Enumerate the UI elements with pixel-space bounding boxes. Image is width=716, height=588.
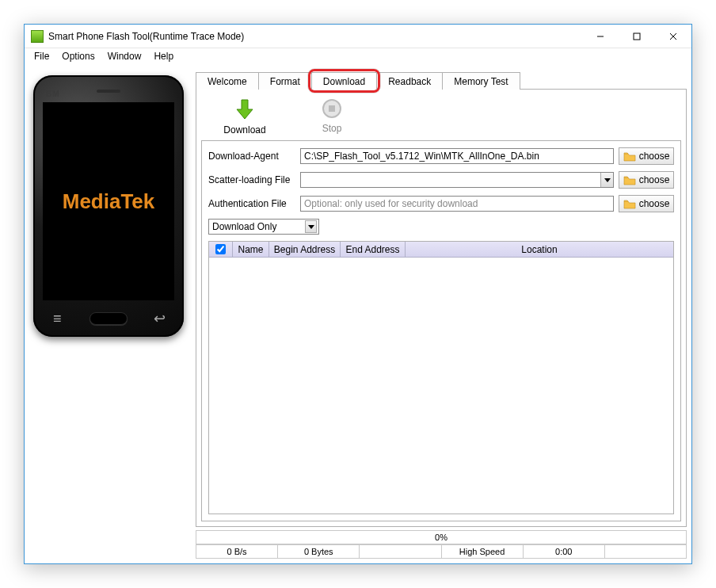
- table-header-checkbox[interactable]: [209, 242, 233, 257]
- auth-file-input[interactable]: [300, 196, 614, 212]
- menu-window[interactable]: Window: [101, 48, 148, 66]
- main-panel: Welcome Format Download Readback Memory …: [196, 71, 687, 559]
- chevron-down-icon[interactable]: [305, 220, 317, 233]
- scatter-file-choose-button[interactable]: choose: [619, 171, 674, 189]
- menu-file[interactable]: File: [28, 48, 55, 66]
- app-window: Smart Phone Flash Tool(Runtime Trace Mod…: [24, 24, 692, 564]
- tab-bar: Welcome Format Download Readback Memory …: [196, 71, 687, 90]
- download-agent-input[interactable]: [300, 148, 614, 164]
- table-header-end-address[interactable]: End Address: [341, 242, 406, 257]
- stop-button-label: Stop: [322, 123, 342, 134]
- phone-preview-column: BM MediaTek ≡ ↩: [29, 71, 188, 559]
- minimize-button[interactable]: [582, 25, 619, 48]
- phone-screen-logo-text: MediaTek: [63, 189, 155, 214]
- content-area: BM MediaTek ≡ ↩ Welcome Format Download …: [25, 66, 691, 563]
- status-bar: 0 B/s 0 Bytes High Speed 0:00: [196, 544, 687, 559]
- phone-speaker: [97, 90, 120, 93]
- scatter-file-label: Scatter-loading File: [208, 174, 295, 185]
- download-button-label: Download: [223, 124, 265, 136]
- download-arrow-icon: [233, 97, 257, 121]
- status-extra: [605, 545, 686, 558]
- scatter-file-row: Scatter-loading File choose: [208, 171, 674, 189]
- window-title: Smart Phone Flash Tool(Runtime Trace Mod…: [48, 31, 244, 42]
- scatter-file-combo[interactable]: [300, 172, 614, 188]
- status-time: 0:00: [524, 545, 605, 558]
- folder-icon: [623, 151, 636, 162]
- status-speed: High Speed: [442, 545, 524, 558]
- table-header: Name Begin Address End Address Location: [209, 242, 673, 258]
- folder-icon: [623, 199, 636, 209]
- download-agent-choose-button[interactable]: choose: [619, 147, 674, 165]
- phone-brand-badge: BM: [46, 90, 60, 98]
- tab-format[interactable]: Format: [258, 72, 312, 90]
- menu-help[interactable]: Help: [147, 48, 180, 66]
- auth-file-row: Authentication File choose: [208, 195, 674, 212]
- download-mode-select[interactable]: Download Only: [208, 219, 319, 235]
- titlebar: Smart Phone Flash Tool(Runtime Trace Mod…: [25, 25, 691, 48]
- folder-icon: [623, 175, 636, 185]
- app-icon: [31, 30, 44, 43]
- svg-rect-5: [329, 105, 335, 112]
- progress-bar: 0%: [196, 530, 687, 544]
- status-bytes: 0 Bytes: [278, 545, 360, 558]
- phone-navbar: ≡ ↩: [33, 307, 184, 330]
- tab-readback[interactable]: Readback: [376, 72, 443, 90]
- chevron-down-icon[interactable]: [600, 173, 613, 187]
- choose-button-label: choose: [639, 174, 670, 185]
- tab-welcome[interactable]: Welcome: [196, 72, 259, 90]
- download-agent-row: Download-Agent choose: [208, 147, 674, 165]
- svg-rect-1: [634, 33, 640, 40]
- partition-table: Name Begin Address End Address Location: [208, 241, 674, 514]
- phone-home-key: [90, 312, 128, 325]
- choose-button-label: choose: [639, 198, 670, 209]
- download-agent-label: Download-Agent: [208, 151, 295, 162]
- progress-percent: 0%: [435, 533, 448, 542]
- table-header-name[interactable]: Name: [233, 242, 269, 257]
- tab-memory-test[interactable]: Memory Test: [442, 72, 520, 90]
- phone-mockup: BM MediaTek ≡ ↩: [33, 75, 184, 337]
- choose-button-label: choose: [639, 151, 670, 162]
- download-button[interactable]: Download: [217, 97, 272, 136]
- scatter-file-input[interactable]: [300, 172, 614, 188]
- phone-screen: MediaTek: [43, 102, 174, 300]
- download-mode-value: Download Only: [212, 221, 276, 232]
- tab-content: Download Stop Download-Agent: [196, 89, 687, 527]
- form-section: Download-Agent choose Scatter-loading Fi…: [201, 140, 681, 521]
- close-button[interactable]: [655, 25, 691, 48]
- stop-button[interactable]: Stop: [304, 97, 360, 136]
- menubar: File Options Window Help: [25, 48, 691, 66]
- auth-file-choose-button[interactable]: choose: [619, 195, 674, 212]
- select-all-checkbox[interactable]: [215, 244, 226, 254]
- phone-menu-key-icon: ≡: [41, 311, 73, 327]
- status-mode: [360, 545, 441, 558]
- status-rate: 0 B/s: [196, 545, 278, 558]
- menu-options[interactable]: Options: [55, 48, 101, 66]
- table-header-begin-address[interactable]: Begin Address: [269, 242, 341, 257]
- tab-download[interactable]: Download: [311, 72, 377, 90]
- table-header-location[interactable]: Location: [406, 242, 673, 257]
- maximize-button[interactable]: [619, 25, 655, 48]
- auth-file-label: Authentication File: [208, 198, 295, 209]
- stop-icon: [321, 97, 343, 120]
- phone-back-key-icon: ↩: [144, 310, 176, 327]
- toolbar: Download Stop: [201, 94, 681, 140]
- table-body: [209, 258, 673, 514]
